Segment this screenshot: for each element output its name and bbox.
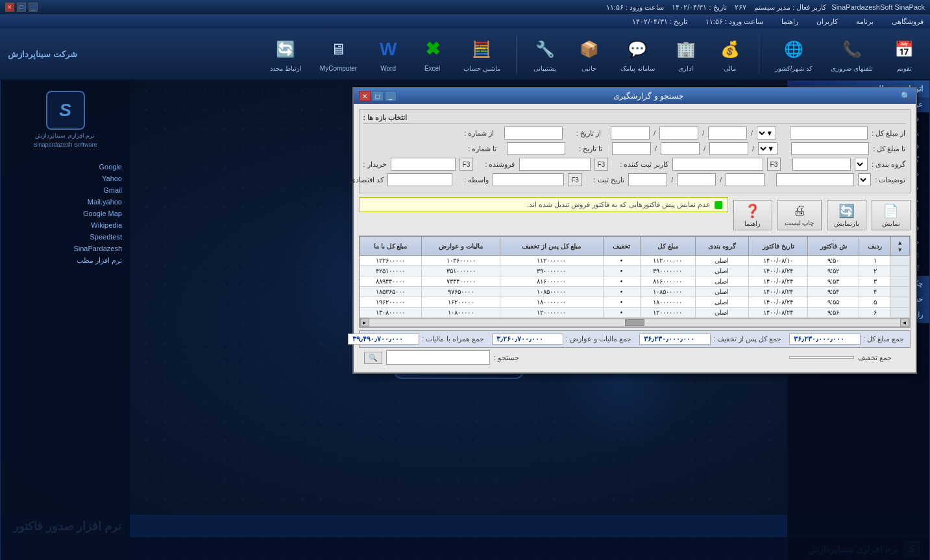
menu-rahnama[interactable]: راهنما: [777, 16, 802, 27]
dialog-maximize-btn[interactable]: □: [372, 91, 384, 101]
col-header-tax[interactable]: مالیات و عوارض: [422, 237, 500, 256]
row-select-5[interactable]: [891, 297, 909, 308]
col-header-after-disc[interactable]: مبلغ کل پس از تخفیف: [500, 237, 603, 256]
menu-farooshgahi[interactable]: فروشگاهی: [888, 16, 927, 27]
toolbar-btn-mycomputer[interactable]: 🖥 MyComputer: [315, 34, 362, 75]
table-row[interactable]: ۳ ۹:۵۳ ۱۴۰۰/۰۸/۲۴ اصلی ۸۱۶۰۰۰۰۰۰ • ۸۱۶۰۰…: [360, 276, 909, 287]
dialog-minimize-btn[interactable]: _: [385, 91, 397, 101]
search-input[interactable]: [386, 350, 490, 365]
menu-karbaran[interactable]: کاربران: [813, 16, 842, 27]
toolbar-btn-excel[interactable]: ✖ Excel: [414, 34, 450, 75]
toolbar-btn-calendar[interactable]: 📅 تقویم: [886, 34, 922, 75]
sidebar-link-mailyahoo[interactable]: Mail.yahoo: [3, 196, 127, 208]
print-list-btn[interactable]: 🖨 چاپ لیست: [777, 200, 822, 230]
intermediary-input[interactable]: [493, 173, 564, 186]
from-date-year[interactable]: [611, 127, 650, 140]
col-header-amount[interactable]: مبلغ کل: [640, 237, 695, 256]
desc-combo[interactable]: ▼: [858, 173, 871, 186]
main-area: اتوماسیون مالی ▲ عراب (فروش) ▲ فاکتور فر…: [0, 80, 930, 560]
to-number-input[interactable]: [507, 142, 565, 155]
row-amount-5: ۱۸۰۰۰۰۰۰۰: [640, 297, 695, 308]
reg-date-day[interactable]: [726, 173, 765, 186]
table-row[interactable]: ۵ ۹:۵۵ ۱۴۰۰/۰۸/۲۴ اصلی ۱۸۰۰۰۰۰۰۰ • ۱۸۰۰۰…: [360, 297, 909, 308]
seller-input[interactable]: [519, 158, 591, 171]
with-tax-summary: جمع همراه با مالیات : ۳۹٫۴۹۰٫۷۰۰٫۰۰۰: [348, 334, 483, 345]
reg-date-year[interactable]: [628, 173, 667, 186]
group-input[interactable]: [792, 158, 851, 171]
toolbar-btn-citycode[interactable]: 🌐 کد شهر/کشور: [770, 34, 818, 75]
search-dialog[interactable]: 🔍 جستجو و گزارشگیری _ □ ✕ انتخاب بازه ها…: [352, 87, 917, 374]
group-combo[interactable]: ▼: [855, 158, 868, 171]
toolbar-btn-word[interactable]: W Word: [370, 34, 406, 75]
help-btn[interactable]: ❓ راهنما: [733, 200, 772, 230]
row-select-1[interactable]: [891, 256, 909, 266]
reshow-btn[interactable]: 🔄 بازنمایش: [827, 200, 866, 230]
sidebar-link-googlemap[interactable]: Google Map: [3, 208, 127, 219]
table-row[interactable]: ۱ ۹:۵۰ ۱۴۰۰/۰۸/۱۰ اصلی ۱۱۲۰۰۰۰۰۰ • ۱۱۲۰۰…: [360, 256, 909, 266]
toolbar-btn-reconnect[interactable]: 🔄 ارتباط مجدد: [265, 34, 307, 75]
sidebar-link-google[interactable]: Google: [3, 161, 127, 173]
menu-saat[interactable]: ساعت ورود : ۱۱:۵۶: [702, 16, 767, 27]
row-total-3: ۸۸۹۴۴۰۰۰۰: [360, 276, 422, 287]
table-row[interactable]: ۶ ۹:۵۶ ۱۴۰۰/۰۸/۲۴ اصلی ۱۲۰۰۰۰۰۰۰ • ۱۲۰۰۰…: [360, 308, 909, 318]
word-label: Word: [380, 65, 396, 72]
col-header-date[interactable]: تاریخ فاکتور: [748, 237, 807, 256]
to-date-month[interactable]: [661, 142, 700, 155]
menu-barnama[interactable]: برنامه: [852, 16, 877, 27]
to-date-day[interactable]: [709, 142, 748, 155]
toolbar-btn-janbi[interactable]: 📦 جانبی: [571, 34, 607, 75]
sidebar-link-wikipedia[interactable]: Wikipedia: [3, 219, 127, 231]
row-select-3[interactable]: [891, 276, 909, 287]
recorder-input[interactable]: [672, 158, 763, 171]
sidebar-link-sinapardazesh[interactable]: SinaPardazesh: [3, 243, 127, 254]
dialog-icon: 🔍: [901, 91, 911, 101]
toolbar-btn-phone[interactable]: 📞 تلفنهای ضروری: [826, 34, 878, 75]
eco-code-input[interactable]: [387, 173, 452, 186]
sidebar-link-yahoo[interactable]: Yahoo: [3, 173, 127, 184]
toolbar-btn-sms[interactable]: 💬 سامانه پیامک: [615, 34, 660, 75]
col-header-num[interactable]: ردیف: [859, 237, 891, 256]
date-combo-1[interactable]: ▼: [757, 127, 776, 140]
col-header-total[interactable]: مبلغ کل با ما: [360, 237, 422, 256]
search-button[interactable]: 🔍: [364, 352, 382, 364]
sidebar-link-gmail[interactable]: Gmail: [3, 184, 127, 196]
table-scrollbar-h[interactable]: ◄ ►: [360, 318, 910, 327]
from-number-input[interactable]: [504, 127, 563, 140]
col-header-invoice[interactable]: ش فاکتور: [808, 237, 859, 256]
toolbar-btn-calc[interactable]: 🧮 ماشین حساب: [458, 34, 506, 75]
row-select-2[interactable]: [891, 266, 909, 276]
col-header-discount[interactable]: تخفیف: [603, 237, 640, 256]
from-date-month[interactable]: [659, 127, 698, 140]
from-amount-input[interactable]: [790, 127, 868, 140]
word-icon: W: [375, 36, 401, 62]
to-amount-input[interactable]: [791, 142, 869, 155]
minimize-btn[interactable]: _: [29, 3, 38, 12]
status-text: کاربر فعال : مدیر سیستم ۲۶۷ تاریخ : ۱۴۰۲…: [606, 3, 827, 12]
col-header-group[interactable]: گروه بندی: [696, 237, 749, 256]
maximize-btn[interactable]: □: [17, 3, 26, 12]
to-date-year[interactable]: [612, 142, 651, 155]
date-combo-2[interactable]: ▼: [758, 142, 777, 155]
table-scroll[interactable]: ▲▼ ردیف ش فاکتور تاریخ فاکتور گروه بندی …: [360, 236, 910, 318]
sidebar-link-clinic[interactable]: نرم افزار مطب: [3, 254, 127, 267]
show-btn[interactable]: 📄 نمایش: [872, 200, 911, 230]
table-row[interactable]: ۴ ۹:۵۴ ۱۴۰۰/۰۸/۲۴ اصلی ۱۰۸۵۰۰۰۰۰ • ۱۰۸۵۰…: [360, 287, 909, 297]
desc-input[interactable]: [776, 173, 854, 186]
sidebar-link-speedtest[interactable]: Speedtest: [3, 231, 127, 243]
toolbar-btn-edari[interactable]: 🏢 اداری: [668, 34, 704, 75]
menu-tarikh[interactable]: تاریخ : ۱۴۰۲/۰۴/۳۱: [628, 16, 691, 27]
toolbar-btn-support[interactable]: 🔧 پشتیبانی: [527, 34, 563, 75]
buyer-input[interactable]: [391, 158, 456, 171]
reg-date-month[interactable]: [677, 173, 716, 186]
scroll-left-btn[interactable]: ◄: [900, 319, 909, 326]
dialog-close-btn[interactable]: ✕: [359, 91, 371, 101]
row-select-6[interactable]: [891, 308, 909, 318]
scroll-thumb[interactable]: [625, 319, 644, 326]
table-row[interactable]: ۲ ۹:۵۲ ۱۴۰۰/۰۸/۲۴ اصلی ۳۹۰۰۰۰۰۰۰ • ۳۹۰۰۰…: [360, 266, 909, 276]
scroll-right-btn[interactable]: ►: [360, 319, 369, 326]
toolbar-btn-mali[interactable]: 💰 مالی: [712, 34, 748, 75]
row-invoice-6: ۹:۵۶: [808, 308, 859, 318]
close-btn[interactable]: ✕: [5, 3, 14, 12]
from-date-day[interactable]: [708, 127, 747, 140]
row-select-4[interactable]: [891, 287, 909, 297]
